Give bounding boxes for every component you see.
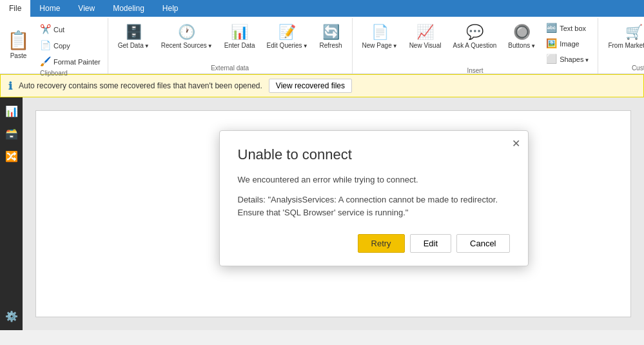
get-data-icon: 🗄️ bbox=[125, 24, 142, 41]
from-marketplace-icon: 🛒 bbox=[625, 24, 643, 41]
ribbon: 📋 Paste ✂️ Cut 📄 Copy 🖌️ Format Painter bbox=[0, 17, 644, 74]
insert-label: Insert bbox=[356, 66, 594, 76]
refresh-label: Refresh bbox=[320, 42, 342, 49]
copy-label: Copy bbox=[54, 42, 70, 50]
new-page-icon: 📄 bbox=[371, 24, 389, 41]
new-page-button[interactable]: 📄 New Page▼ bbox=[356, 21, 404, 52]
recent-sources-label: Recent Sources▼ bbox=[161, 42, 213, 49]
tab-bar: File Home View Modeling Help bbox=[0, 0, 644, 17]
retry-button[interactable]: Retry bbox=[358, 234, 405, 253]
format-painter-button[interactable]: 🖌️ Format Painter bbox=[35, 54, 105, 69]
ask-question-label: Ask A Question bbox=[453, 42, 496, 49]
buttons-icon: 🔘 bbox=[513, 24, 531, 41]
image-button[interactable]: 🖼️ Image bbox=[542, 36, 594, 51]
shapes-button[interactable]: ⬜ Shapes▼ bbox=[542, 52, 594, 66]
clipboard-inner: 📋 Paste ✂️ Cut 📄 Copy 🖌️ Format Painter bbox=[3, 21, 105, 68]
external-data-inner: 🗄️ Get Data▼ 🕐 Recent Sources▼ 📊 Enter D… bbox=[112, 21, 348, 63]
from-marketplace-button[interactable]: 🛒 From Marketplace bbox=[602, 21, 644, 52]
clipboard-group: 📋 Paste ✂️ Cut 📄 Copy 🖌️ Format Painter bbox=[0, 18, 108, 74]
copy-icon: 📄 bbox=[40, 40, 51, 51]
edit-queries-button[interactable]: 📝 Edit Queries▼ bbox=[261, 21, 314, 52]
recent-sources-icon: 🕐 bbox=[178, 24, 195, 41]
clipboard-small-buttons: ✂️ Cut 📄 Copy 🖌️ Format Painter bbox=[35, 21, 105, 68]
dialog-body: We encountered an error while trying to … bbox=[238, 173, 510, 219]
new-visual-icon: 📈 bbox=[416, 24, 434, 41]
clipboard-label: Clipboard bbox=[3, 68, 105, 79]
image-icon: 🖼️ bbox=[546, 38, 557, 49]
text-box-icon: 🔤 bbox=[546, 23, 557, 34]
edit-button[interactable]: Edit bbox=[410, 234, 451, 253]
ask-question-icon: 💬 bbox=[466, 24, 483, 41]
insert-group: 📄 New Page▼ 📈 New Visual 💬 Ask A Questio… bbox=[353, 18, 599, 74]
format-painter-label: Format Painter bbox=[54, 58, 101, 66]
dialog-message1: We encountered an error while trying to … bbox=[238, 173, 510, 186]
enter-data-button[interactable]: 📊 Enter Data bbox=[219, 21, 261, 52]
get-data-button[interactable]: 🗄️ Get Data▼ bbox=[112, 21, 155, 52]
buttons-label: Buttons▼ bbox=[508, 42, 536, 49]
refresh-button[interactable]: 🔄 Refresh bbox=[314, 21, 348, 52]
edit-queries-icon: 📝 bbox=[278, 24, 296, 41]
refresh-icon: 🔄 bbox=[322, 24, 340, 41]
insert-inner: 📄 New Page▼ 📈 New Visual 💬 Ask A Questio… bbox=[356, 21, 594, 66]
new-visual-label: New Visual bbox=[409, 42, 442, 49]
ribbon-content: 📋 Paste ✂️ Cut 📄 Copy 🖌️ Format Painter bbox=[0, 17, 644, 74]
view-recovered-files-button[interactable]: View recovered files bbox=[269, 79, 352, 93]
image-label: Image bbox=[560, 40, 580, 48]
ask-question-button[interactable]: 💬 Ask A Question bbox=[447, 21, 502, 52]
from-marketplace-label: From Marketplace bbox=[608, 42, 644, 49]
tab-modeling[interactable]: Modeling bbox=[104, 0, 153, 17]
new-page-label: New Page▼ bbox=[362, 42, 398, 49]
dialog-close-button[interactable]: ✕ bbox=[512, 137, 520, 150]
enter-data-icon: 📊 bbox=[231, 24, 248, 41]
dialog-title: Unable to connect bbox=[238, 146, 510, 163]
paste-label: Paste bbox=[10, 52, 27, 59]
enter-data-label: Enter Data bbox=[224, 42, 255, 49]
get-data-label: Get Data▼ bbox=[118, 42, 150, 49]
text-box-label: Text box bbox=[560, 25, 586, 32]
dialog-message2: Details: "AnalysisServices: A connection… bbox=[238, 193, 510, 219]
format-painter-icon: 🖌️ bbox=[40, 56, 51, 67]
shapes-icon: ⬜ bbox=[546, 54, 557, 64]
new-visual-button[interactable]: 📈 New Visual bbox=[404, 21, 447, 52]
external-data-group: 🗄️ Get Data▼ 🕐 Recent Sources▼ 📊 Enter D… bbox=[108, 18, 353, 74]
shapes-label: Shapes▼ bbox=[560, 55, 589, 63]
cut-label: Cut bbox=[54, 26, 64, 34]
tab-help[interactable]: Help bbox=[153, 0, 188, 17]
sidebar-report-icon[interactable]: 📊 bbox=[3, 103, 21, 120]
notification-message: Auto recovery contains some recovered fi… bbox=[19, 81, 262, 90]
paste-button[interactable]: 📋 Paste bbox=[3, 21, 34, 68]
sidebar-settings-icon[interactable]: ⚙️ bbox=[3, 308, 21, 325]
cancel-button[interactable]: Cancel bbox=[456, 234, 509, 253]
custom-visuals-label: Custom visuals bbox=[602, 63, 644, 74]
tab-view[interactable]: View bbox=[69, 0, 104, 17]
copy-button[interactable]: 📄 Copy bbox=[35, 38, 105, 53]
sidebar: 📊 🗃️ 🔀 ⚙️ bbox=[0, 97, 23, 330]
cut-icon: ✂️ bbox=[40, 24, 51, 35]
recent-sources-button[interactable]: 🕐 Recent Sources▼ bbox=[155, 21, 219, 52]
edit-queries-label: Edit Queries▼ bbox=[267, 42, 308, 49]
dialog-buttons: Retry Edit Cancel bbox=[238, 234, 510, 253]
paste-icon: 📋 bbox=[7, 30, 30, 51]
sidebar-model-icon[interactable]: 🔀 bbox=[3, 148, 21, 165]
cut-button[interactable]: ✂️ Cut bbox=[35, 22, 105, 37]
buttons-button[interactable]: 🔘 Buttons▼ bbox=[502, 21, 542, 52]
insert-small-group: 🔤 Text box 🖼️ Image ⬜ Shapes▼ bbox=[542, 21, 594, 66]
error-dialog: ✕ Unable to connect We encountered an er… bbox=[219, 130, 529, 267]
tab-file[interactable]: File bbox=[0, 0, 30, 17]
info-icon: ℹ bbox=[8, 80, 12, 92]
custom-visuals-inner: 🛒 From Marketplace 📁 From File bbox=[602, 21, 644, 63]
tab-home[interactable]: Home bbox=[30, 0, 69, 17]
text-box-button[interactable]: 🔤 Text box bbox=[542, 21, 594, 35]
sidebar-data-icon[interactable]: 🗃️ bbox=[3, 125, 21, 143]
custom-visuals-group: 🛒 From Marketplace 📁 From File Custom vi… bbox=[598, 18, 644, 74]
external-data-label: External data bbox=[112, 63, 348, 74]
